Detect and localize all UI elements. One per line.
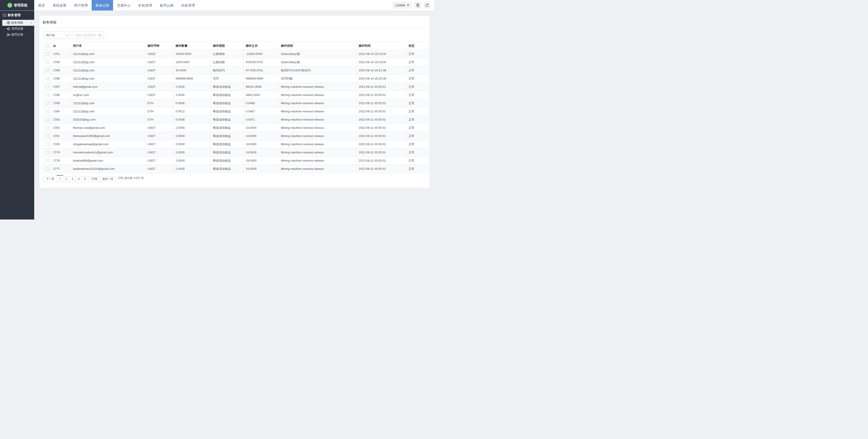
- row-checkbox[interactable]: [46, 167, 49, 170]
- nav-item-6[interactable]: 矿机管理: [134, 0, 156, 10]
- cell-time: 2022-06-11 00:55:01: [356, 148, 406, 157]
- sidebar-item-2[interactable]: 充币记录: [0, 26, 34, 32]
- nav-item-3[interactable]: 用户管理: [70, 0, 92, 10]
- cell-id: 2779: [51, 148, 71, 157]
- filter-field-select[interactable]: 用户名: [43, 31, 71, 39]
- cell-after: 977205.5701: [244, 66, 279, 74]
- cell-amount: 30.0000: [173, 66, 211, 74]
- row-checkbox-cell: [44, 66, 51, 74]
- page-button-最后一页[interactable]: 最后一页: [100, 176, 116, 182]
- table-row: 2789111111@qq.comUSDT30.0000购买合约977205.5…: [44, 66, 429, 74]
- cell-after: 0.0371: [244, 116, 279, 124]
- cell-time: 2022-06-11 00:55:01: [356, 165, 406, 173]
- page-button-下一页[interactable]: 下一页: [43, 176, 57, 182]
- cell-id: 2783: [51, 116, 71, 124]
- cell-type: 释放冻结收益: [211, 148, 244, 157]
- cell-status: 正常: [406, 91, 429, 99]
- cell-note: Mining machine revenue release: [279, 165, 356, 173]
- cell-time: 2022-06-14 16:23:00: [356, 50, 406, 58]
- cell-type: 充币: [211, 74, 244, 83]
- table-row: 2779marvelousatsrim1@gmail.comUSDT2.0000…: [44, 148, 429, 157]
- cell-note: 充币到账: [279, 74, 356, 83]
- cell-after: 976205.5701: [244, 58, 279, 66]
- trash-button[interactable]: [414, 2, 421, 9]
- cell-time: 2022-06-11 00:55:01: [356, 124, 406, 132]
- row-checkbox[interactable]: [46, 126, 49, 129]
- cell-amount: 2.0000: [173, 83, 211, 91]
- logout-button[interactable]: [424, 2, 431, 9]
- row-checkbox[interactable]: [46, 159, 49, 162]
- cell-type: 释放冻结收益: [211, 140, 244, 148]
- cell-time: 2022-06-14 16:23:00: [356, 58, 406, 66]
- cell-status: 正常: [406, 107, 429, 116]
- page-button-下5页[interactable]: 下5页: [88, 176, 100, 182]
- cell-amount: 2.0000: [173, 165, 211, 173]
- sidebar-section-header[interactable]: 财务管理: [0, 13, 34, 20]
- user-dropdown-button[interactable]: 123456: [393, 2, 412, 9]
- cell-amount: 1000.0000: [173, 58, 211, 66]
- search-input[interactable]: [75, 33, 98, 37]
- cell-amount: 0.0036: [173, 116, 211, 124]
- sidebar-item-1[interactable]: 财务明细: [2, 20, 34, 26]
- cell-time: 2022-06-11 00:55:01: [356, 132, 406, 140]
- cell-time: 2022-06-14 16:20:28: [356, 74, 406, 83]
- cell-type: 释放冻结收益: [211, 165, 244, 173]
- row-checkbox[interactable]: [46, 93, 49, 96]
- row-checkbox[interactable]: [46, 110, 49, 113]
- cell-time: 2022-06-11 00:55:01: [356, 140, 406, 148]
- row-checkbox[interactable]: [46, 102, 49, 105]
- cell-user: heima@gmail.com: [71, 83, 145, 91]
- cell-time: 2022-06-11 00:55:01: [356, 83, 406, 91]
- table-header-row: ID用户名操作币种操作数量操作类型操作之后操作说明操作时间状态: [44, 42, 429, 50]
- page-button-4[interactable]: 4: [75, 176, 82, 182]
- cell-after: 9482.0000: [244, 91, 279, 99]
- search-icon[interactable]: [98, 33, 102, 37]
- cell-id: 2785: [51, 99, 71, 107]
- row-checkbox[interactable]: [46, 85, 49, 88]
- cell-coin: USDT: [145, 66, 173, 74]
- page-button-3[interactable]: 3: [69, 176, 76, 182]
- row-checkbox-cell: [44, 74, 51, 83]
- row-checkbox[interactable]: [46, 151, 49, 154]
- nav-item-1[interactable]: 首页: [34, 0, 49, 10]
- nav-item-2[interactable]: 系统设置: [49, 0, 70, 10]
- cell-coin: USDT: [145, 124, 173, 132]
- cell-user: a1@a1.com: [71, 91, 145, 99]
- nav-item-4[interactable]: 财务记录: [92, 0, 113, 10]
- pagination-summary: 2791 条记录 1/187 页: [118, 176, 144, 180]
- cell-coin: USDT: [145, 165, 173, 173]
- cell-status: 正常: [406, 157, 429, 165]
- page-button-1[interactable]: 1: [57, 175, 63, 182]
- cell-note: Mining machine revenue release: [279, 124, 356, 132]
- nav-item-8[interactable]: 内容管理: [177, 0, 199, 10]
- page-title: 财务明细: [39, 16, 430, 28]
- sidebar-item-3[interactable]: 提币记录: [0, 32, 34, 38]
- cell-note: Mining machine revenue release: [279, 116, 356, 124]
- row-checkbox[interactable]: [46, 69, 49, 72]
- page-button-2[interactable]: 2: [63, 176, 69, 182]
- page-button-5[interactable]: 5: [82, 176, 89, 182]
- nav-item-5[interactable]: 交易中心: [113, 0, 134, 10]
- row-checkbox[interactable]: [46, 134, 49, 137]
- header-checkbox-cell: [44, 42, 51, 50]
- cell-amount: 2.0000: [173, 157, 211, 165]
- finance-table: ID用户名操作币种操作数量操作类型操作之后操作说明操作时间状态 27911111…: [43, 42, 429, 173]
- select-all-checkbox[interactable]: [46, 44, 49, 48]
- row-checkbox[interactable]: [46, 118, 49, 121]
- cell-note: Mining machine revenue release: [279, 83, 356, 91]
- cell-status: 正常: [406, 148, 429, 157]
- nav-item-7[interactable]: 新币认购: [156, 0, 177, 10]
- row-checkbox[interactable]: [46, 143, 49, 146]
- row-checkbox[interactable]: [46, 61, 49, 64]
- cell-type: 释放冻结收益: [211, 132, 244, 140]
- top-navbar: USDZ 管理系统 首页系统设置用户管理财务记录交易中心矿机管理新币认购内容管理…: [0, 0, 434, 11]
- cell-id: 2784: [51, 107, 71, 116]
- cell-after: 24.0000: [244, 165, 279, 173]
- table-row: 2777ashikrahman33103@gmail.comUSDT2.0000…: [44, 165, 429, 173]
- cell-type: 释放冻结收益: [211, 107, 244, 116]
- row-checkbox[interactable]: [46, 77, 49, 80]
- sidebar: 财务管理 财务明细充币记录提币记录: [0, 11, 34, 220]
- row-checkbox[interactable]: [46, 53, 49, 55]
- cell-time: 2022-06-11 00:55:01: [356, 91, 406, 99]
- table-row: 2785111111@qq.comETH0.0036释放冻结收益0.0493Mi…: [44, 99, 429, 107]
